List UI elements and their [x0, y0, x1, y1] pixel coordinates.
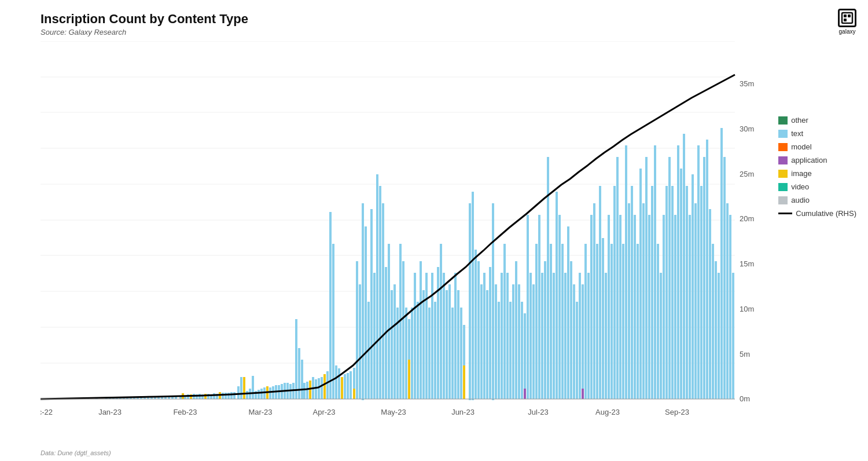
- svg-rect-267: [729, 215, 731, 399]
- svg-rect-248: [674, 215, 676, 399]
- svg-text:Dec-22: Dec-22: [41, 408, 53, 416]
- svg-rect-155: [411, 308, 413, 399]
- chart-area: 0k 50k 100k 150k 200k 250k 300k 350k 400…: [41, 41, 856, 435]
- svg-rect-91: [233, 392, 236, 399]
- svg-rect-197: [529, 273, 532, 399]
- svg-rect-163: [434, 302, 436, 399]
- svg-rect-219: [590, 215, 593, 399]
- svg-rect-239: [648, 215, 650, 399]
- svg-rect-131: [347, 373, 349, 399]
- svg-rect-214: [579, 273, 581, 399]
- svg-rect-103: [269, 387, 271, 399]
- svg-rect-254: [692, 174, 694, 399]
- svg-rect-152: [405, 308, 407, 399]
- svg-rect-189: [509, 302, 512, 399]
- svg-rect-136: [359, 284, 361, 399]
- svg-rect-266: [726, 203, 729, 399]
- svg-rect-137: [362, 203, 364, 400]
- svg-rect-116: [306, 382, 308, 399]
- svg-text:10m: 10m: [740, 305, 754, 313]
- svg-rect-262: [715, 261, 717, 399]
- legend-item-cumulative: Cumulative (RHS): [778, 209, 856, 218]
- svg-rect-141: [373, 273, 376, 399]
- svg-rect-222: [599, 186, 601, 399]
- svg-rect-200: [538, 215, 540, 399]
- svg-rect-188: [506, 273, 509, 399]
- svg-text:Jul-23: Jul-23: [528, 408, 548, 416]
- svg-rect-147: [391, 290, 393, 399]
- svg-rect-260: [709, 209, 711, 399]
- svg-rect-167: [446, 290, 448, 399]
- svg-text:Feb-23: Feb-23: [173, 408, 197, 416]
- svg-text:Jan-23: Jan-23: [98, 408, 122, 416]
- legend-color-text: [778, 130, 788, 138]
- svg-rect-198: [532, 284, 535, 399]
- svg-rect-133: [353, 389, 355, 399]
- legend-color-model: [778, 143, 788, 151]
- legend-label-cumulative: Cumulative (RHS): [796, 209, 856, 218]
- svg-rect-171: [457, 290, 459, 399]
- svg-rect-117: [309, 380, 311, 399]
- svg-rect-208: [561, 244, 564, 399]
- svg-rect-263: [718, 273, 720, 399]
- svg-rect-99: [258, 390, 260, 399]
- svg-rect-246: [668, 157, 671, 399]
- svg-rect-119: [315, 379, 317, 399]
- legend-label-audio: audio: [791, 196, 810, 204]
- svg-rect-128: [338, 368, 340, 399]
- svg-rect-205: [553, 273, 555, 399]
- svg-rect-264: [720, 128, 723, 399]
- svg-rect-121: [321, 377, 323, 399]
- svg-rect-84: [213, 393, 215, 399]
- svg-rect-178: [477, 261, 480, 399]
- svg-rect-213: [576, 302, 578, 399]
- svg-rect-154: [408, 319, 410, 360]
- svg-rect-211: [570, 261, 572, 399]
- svg-rect-162: [431, 273, 433, 399]
- legend-label-text: text: [791, 129, 803, 138]
- svg-rect-177: [475, 250, 477, 399]
- svg-rect-95: [246, 391, 248, 399]
- svg-rect-226: [610, 244, 613, 399]
- svg-text:Apr-23: Apr-23: [312, 408, 335, 416]
- legend-item-audio: audio: [778, 196, 856, 204]
- svg-rect-174: [463, 325, 465, 365]
- svg-text:15m: 15m: [740, 259, 754, 268]
- svg-rect-94: [243, 377, 245, 399]
- svg-rect-223: [602, 238, 604, 399]
- legend-item-text: text: [778, 129, 856, 138]
- galaxy-label: galaxy: [839, 28, 856, 35]
- svg-rect-185: [498, 302, 500, 399]
- svg-rect-258: [703, 157, 705, 399]
- svg-rect-130: [344, 374, 346, 399]
- svg-rect-186: [501, 273, 503, 399]
- svg-rect-143: [379, 186, 381, 399]
- svg-rect-244: [663, 215, 665, 399]
- svg-text:0m: 0m: [740, 394, 750, 403]
- svg-rect-191: [515, 261, 517, 399]
- svg-rect-151: [402, 261, 404, 399]
- svg-rect-204: [550, 244, 552, 399]
- legend-label-image: image: [791, 169, 811, 178]
- galaxy-logo: galaxy: [838, 9, 856, 35]
- svg-rect-93: [240, 377, 242, 399]
- svg-rect-176: [472, 192, 474, 400]
- svg-rect-164: [437, 267, 439, 399]
- svg-text:May-23: May-23: [381, 408, 406, 416]
- svg-rect-199: [535, 244, 538, 399]
- svg-rect-261: [712, 244, 714, 399]
- svg-rect-175: [469, 203, 471, 400]
- svg-rect-257: [700, 186, 703, 399]
- legend-item-image: image: [778, 169, 856, 178]
- svg-rect-238: [645, 157, 648, 399]
- svg-rect-237: [642, 203, 645, 399]
- svg-rect-249: [677, 145, 679, 399]
- svg-rect-179: [480, 284, 483, 399]
- svg-rect-228: [616, 157, 619, 399]
- svg-rect-259: [706, 140, 708, 399]
- svg-rect-241: [654, 145, 656, 399]
- svg-rect-126: [332, 244, 334, 399]
- svg-rect-173: [463, 365, 465, 399]
- svg-text:Sep-23: Sep-23: [665, 408, 689, 416]
- svg-rect-113: [298, 348, 300, 399]
